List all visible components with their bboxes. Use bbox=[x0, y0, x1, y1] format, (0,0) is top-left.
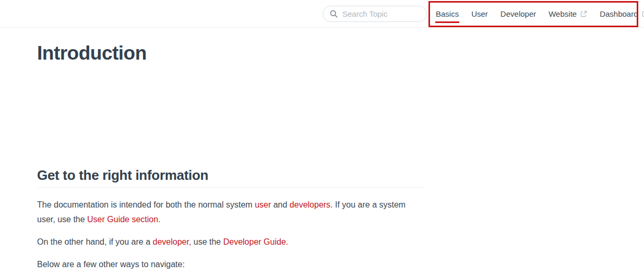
doc-paragraph: The documentation is intended for both t… bbox=[37, 198, 424, 227]
nav-item-developer[interactable]: Developer bbox=[500, 9, 536, 18]
external-link-icon bbox=[642, 10, 644, 17]
section-heading: Get to the right information bbox=[37, 168, 424, 188]
nav-item-label: User bbox=[471, 9, 488, 18]
text-run: Below are a few other ways to navigate: bbox=[37, 260, 185, 269]
page: Basics User Developer Website Dashboard bbox=[0, 0, 644, 275]
search-input[interactable] bbox=[342, 9, 420, 18]
page-title: Introduction bbox=[37, 43, 424, 63]
text-run: and bbox=[271, 200, 290, 209]
search-icon bbox=[329, 9, 338, 18]
nav-item-label: Developer bbox=[500, 9, 536, 18]
text-link[interactable]: user bbox=[255, 200, 271, 209]
nav-item-basics[interactable]: Basics bbox=[436, 9, 459, 18]
nav-item-label: Basics bbox=[436, 9, 459, 18]
text-run: The documentation is intended for both t… bbox=[37, 200, 255, 209]
text-link[interactable]: Developer Guide. bbox=[223, 237, 289, 246]
text-run: On the other hand, if you are a bbox=[37, 237, 152, 246]
header: Basics User Developer Website Dashboard bbox=[0, 0, 644, 28]
text-link[interactable]: User Guide section. bbox=[87, 215, 161, 224]
text-run: use the bbox=[191, 237, 223, 246]
nav-item-dashboard[interactable]: Dashboard bbox=[600, 9, 644, 18]
text-link[interactable]: developers. bbox=[290, 200, 333, 209]
search-box bbox=[323, 6, 427, 22]
nav-item-website[interactable]: Website bbox=[548, 9, 587, 18]
nav-item-user[interactable]: User bbox=[471, 9, 488, 18]
doc-paragraph: On the other hand, if you are a develope… bbox=[37, 235, 424, 249]
doc-paragraph: Below are a few other ways to navigate: bbox=[37, 257, 424, 272]
text-link[interactable]: developer, bbox=[152, 237, 191, 246]
external-link-icon bbox=[580, 10, 587, 17]
nav-item-label: Website bbox=[548, 9, 577, 18]
main-content: Introduction Get to the right informatio… bbox=[37, 28, 424, 272]
nav-item-label: Dashboard bbox=[600, 9, 638, 18]
top-nav: Basics User Developer Website Dashboard bbox=[436, 0, 644, 28]
